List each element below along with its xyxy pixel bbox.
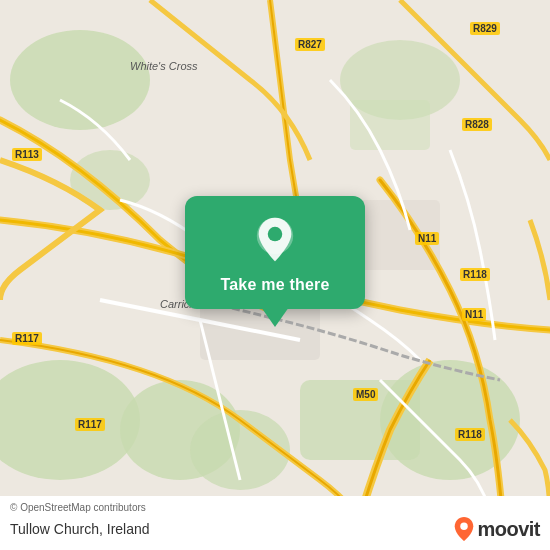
map-container: White's Cross Carrickmines R827 R829 R82… [0,0,550,550]
svg-point-14 [461,523,468,530]
location-name: Tullow Church, Ireland [10,521,150,537]
road-label-n11-lower: N11 [462,308,486,321]
label-whites-cross: White's Cross [130,60,198,72]
road-label-r829: R829 [470,22,500,35]
take-me-there-button[interactable]: Take me there [220,276,329,294]
road-label-n11-upper: N11 [415,232,439,245]
road-label-m50: M50 [353,388,378,401]
road-label-r118-lower: R118 [455,428,485,441]
bottom-bar: © OpenStreetMap contributors Tullow Chur… [0,496,550,550]
svg-rect-8 [350,100,430,150]
road-label-r117-lower: R117 [75,418,105,431]
moovit-logo: moovit [453,516,540,542]
location-pin-icon [250,216,300,266]
svg-point-1 [10,30,150,130]
attribution-text: © OpenStreetMap contributors [10,502,540,513]
road-label-r827: R827 [295,38,325,51]
svg-point-13 [268,227,283,242]
popup-card: Take me there [185,196,365,309]
road-label-r828: R828 [462,118,492,131]
road-label-r117-upper: R117 [12,332,42,345]
moovit-text: moovit [477,518,540,541]
moovit-pin-icon [453,516,475,542]
road-label-r113: R113 [12,148,42,161]
road-label-r118-upper: R118 [460,268,490,281]
